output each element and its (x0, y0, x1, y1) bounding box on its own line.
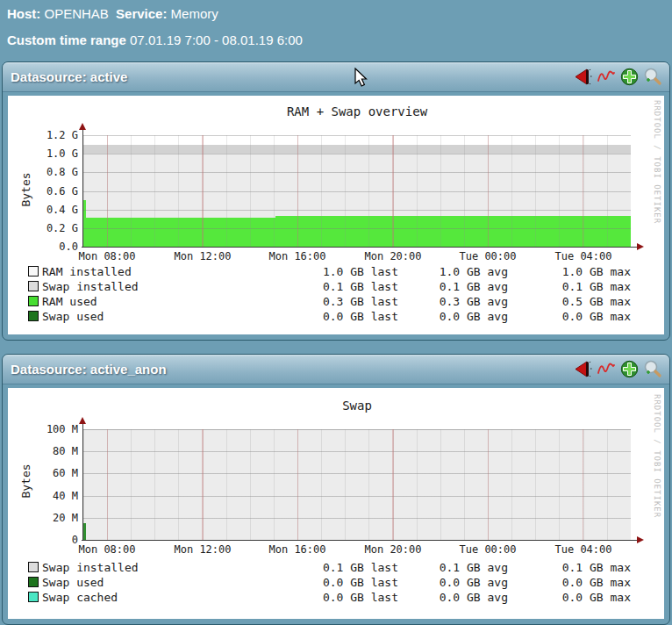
chart1-ytick: 0.8 G (24, 166, 78, 178)
chart1-xtick: Tue 00:00 (456, 250, 519, 262)
sound-alert-icon[interactable] (574, 359, 594, 379)
panel2-toolbar (574, 359, 662, 379)
legend-name: Swap installed (42, 280, 139, 293)
ram-installed-swatch (28, 266, 39, 277)
time-range-value: 07.01.19 7:00 - 08.01.19 6:00 (130, 32, 303, 47)
legend-avg: 0.0 GB avg (394, 591, 508, 604)
chart1-ytick: 0.4 G (24, 204, 78, 216)
chart2-ytick: 0 (24, 534, 78, 546)
chart2-yaxis (82, 423, 83, 541)
panel2-title: Datasource: active_anon (11, 355, 167, 384)
xaxis-arrow (637, 536, 644, 543)
chart2-xtick: Mon 20:00 (361, 543, 425, 556)
chart1-ytick: 1.0 G (24, 147, 78, 160)
sound-alert-icon[interactable] (574, 67, 594, 87)
rrdtool-watermark: RRDTOOL / TOBI OETIKER (653, 100, 661, 224)
legend-max: 0.0 GB max (517, 576, 631, 589)
legend-row: Swap cached 0.0 GB last 0.0 GB avg 0.0 G… (8, 591, 664, 604)
legend-last: 0.0 GB last (284, 591, 398, 604)
panel1-titlebar: Datasource: active (3, 62, 669, 92)
legend-row: Swap installed 0.1 GB last 0.1 GB avg 0.… (8, 561, 664, 574)
legend-max: 0.5 GB max (517, 295, 631, 308)
legend-avg: 1.0 GB avg (394, 265, 508, 278)
swap-used-swatch (28, 577, 39, 587)
time-range-label: Custom time range (7, 32, 126, 47)
legend-max: 0.0 GB max (517, 591, 631, 604)
legend-row: Swap used 0.0 GB last 0.0 GB avg 0.0 GB … (8, 576, 664, 589)
chart1-plot[interactable] (83, 135, 631, 247)
host-value: OPENHAB (45, 6, 109, 21)
chart1-xtick: Mon 20:00 (361, 250, 425, 262)
chart2-xtick: Tue 04:00 (552, 543, 615, 556)
pnp4nagios-graph-page: Host: OPENHAB Service: Memory Custom tim… (0, 0, 672, 625)
host-service-header: Host: OPENHAB Service: Memory (7, 6, 218, 21)
legend-max: 0.1 GB max (517, 280, 631, 293)
panel2-graph-area: Swap RRDTOOL / TOBI OETIKER Bytes 100 M … (8, 388, 664, 619)
chart2-xtick: Mon 12:00 (171, 543, 234, 556)
panel1-graph-area: RAM + Swap overview RRDTOOL / TOBI OETIK… (8, 96, 664, 334)
legend-row: Swap used 0.0 GB last 0.0 GB avg 0.0 GB … (8, 310, 664, 323)
legend-last: 0.0 GB last (284, 576, 398, 589)
ram-used-swatch (28, 296, 39, 306)
chart1-ytick: 0.2 G (24, 222, 78, 234)
swap-cached-swatch (28, 592, 39, 602)
chart2-ytick: 80 M (24, 445, 78, 457)
legend-max: 1.0 GB max (517, 265, 631, 278)
mouse-cursor (354, 68, 370, 89)
xaxis-arrow (637, 243, 644, 250)
chart2-plot[interactable] (83, 429, 631, 540)
host-label: Host: (7, 6, 40, 21)
legend-avg: 0.3 GB avg (394, 295, 508, 308)
swap-installed-swatch (28, 281, 39, 291)
legend-name: RAM used (42, 295, 97, 308)
zoom-in-plus-icon[interactable] (619, 67, 640, 87)
zoom-in-plus-icon[interactable] (619, 359, 640, 379)
chart1-yaxis (82, 129, 83, 248)
legend-max: 0.0 GB max (517, 310, 631, 323)
legend-name: Swap used (42, 310, 104, 323)
legend-last: 0.1 GB last (284, 561, 398, 574)
panel2-titlebar: Datasource: active_anon (3, 355, 669, 384)
chart1-xtick: Mon 12:00 (171, 250, 234, 262)
legend-name: Swap cached (42, 591, 118, 604)
legend-last: 0.0 GB last (284, 310, 398, 323)
panel-datasource-active: Datasource: active (2, 61, 670, 341)
panel-datasource-active-anon: Datasource: active_anon (2, 354, 670, 625)
chart1-ytick: 0.6 G (24, 185, 78, 198)
chart1-grid (83, 135, 631, 247)
yaxis-arrow (79, 123, 86, 130)
chart1-xaxis (82, 247, 638, 248)
scribble-chart-icon[interactable] (597, 359, 617, 379)
magnifier-icon[interactable] (642, 359, 662, 379)
chart1-ytick: 0.0 (24, 241, 78, 253)
chart1-xtick: Tue 04:00 (552, 250, 615, 262)
legend-row: RAM used 0.3 GB last 0.3 GB avg 0.5 GB m… (8, 295, 664, 308)
chart2-ytick: 20 M (24, 512, 78, 524)
legend-name: Swap installed (42, 561, 139, 574)
legend-avg: 0.1 GB avg (394, 280, 508, 293)
legend-avg: 0.0 GB avg (394, 576, 508, 589)
yaxis-arrow (79, 417, 86, 424)
chart1-title: RAM + Swap overview (83, 104, 631, 119)
chart2-ytick: 60 M (24, 467, 78, 479)
chart2-ytick: 100 M (24, 423, 78, 435)
chart1-xtick: Mon 16:00 (266, 250, 329, 262)
legend-last: 0.1 GB last (284, 280, 398, 293)
panel1-toolbar (574, 67, 662, 87)
chart2-xtick: Tue 00:00 (456, 543, 519, 556)
swap-installed-swatch (28, 562, 39, 572)
service-label: Service: (116, 6, 167, 21)
rrdtool-watermark: RRDTOOL / TOBI OETIKER (653, 394, 661, 518)
chart2-xtick: Mon 08:00 (75, 543, 139, 556)
legend-name: Swap used (42, 576, 104, 589)
chart2-xtick: Mon 16:00 (266, 543, 329, 556)
magnifier-icon[interactable] (642, 67, 662, 87)
service-value: Memory (171, 6, 218, 21)
legend-max: 0.1 GB max (517, 561, 631, 574)
legend-avg: 0.0 GB avg (394, 310, 508, 323)
swap-used-swatch (28, 311, 39, 321)
chart2-grid (83, 429, 631, 540)
scribble-chart-icon[interactable] (597, 67, 617, 87)
chart2-ytick: 40 M (24, 490, 78, 502)
legend-avg: 0.1 GB avg (394, 561, 508, 574)
